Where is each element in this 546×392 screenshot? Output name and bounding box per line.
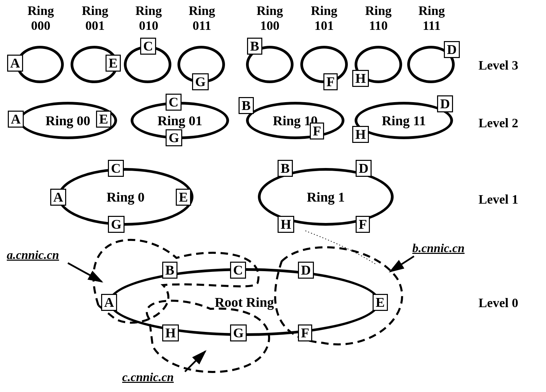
ring-l1-1-node-D: D	[356, 160, 372, 177]
ring-header-101: Ring101	[302, 3, 346, 33]
ring-header-line1: Ring	[189, 3, 215, 18]
ring-header-111: Ring111	[410, 3, 454, 33]
root-ring-node-D: D	[298, 262, 314, 279]
level-label-2: Level 1	[478, 192, 518, 207]
ring-l3-5-node-F: F	[323, 73, 338, 90]
ring-l3-6-node-H: H	[352, 70, 369, 87]
ring-header-010: Ring010	[127, 3, 171, 33]
ring-l2-0-label: Ring 00	[45, 113, 90, 129]
ring-header-100: Ring100	[248, 3, 292, 33]
ring-header-line2: 110	[369, 18, 388, 33]
root-ring-node-H: H	[162, 324, 179, 341]
ring-l1-1-label: Ring 1	[307, 189, 345, 205]
ring-header-line2: 000	[31, 18, 51, 33]
ring-header-line1: Ring	[257, 3, 283, 18]
ring-l2-3-node-H: H	[352, 126, 369, 143]
ring-l1-1-node-B: B	[278, 160, 293, 177]
domain-label-1: b.cnnic.cn	[412, 241, 465, 255]
svg-line-0	[68, 263, 102, 282]
ring-header-line2: 010	[139, 18, 158, 33]
ring-l2-3-label: Ring 11	[382, 113, 426, 129]
ring-l1-0-node-A: A	[50, 189, 66, 206]
root-ring-node-B: B	[162, 262, 177, 279]
ring-l2-0-node-E: E	[96, 111, 111, 128]
ring-header-line2: 100	[260, 18, 280, 33]
domain-label-2: c.cnnic.cn	[122, 370, 174, 384]
ring-l1-0-node-G: G	[108, 216, 125, 233]
ring-l2-1-node-C: C	[166, 94, 182, 111]
level-label-1: Level 2	[478, 115, 518, 130]
ring-l1-1-node-F: F	[356, 216, 370, 233]
ring-header-line1: Ring	[365, 3, 392, 18]
ring-l1-0-label: Ring 0	[107, 189, 145, 205]
ring-header-110: Ring110	[356, 3, 400, 33]
ring-header-line2: 111	[423, 18, 441, 33]
ring-l1-0-node-C: C	[108, 160, 124, 177]
ring-l2-2-node-B: B	[239, 97, 254, 114]
svg-line-1	[390, 256, 414, 272]
ring-l3-1-node-E: E	[106, 55, 121, 72]
ring-header-line2: 011	[193, 18, 211, 33]
ring-l1-0-node-E: E	[176, 189, 191, 206]
ring-header-011: Ring011	[180, 3, 224, 33]
ring-header-001: Ring001	[73, 3, 117, 33]
ring-l3-0-ellipse	[16, 46, 64, 83]
ring-l1-1-node-H: H	[278, 216, 294, 233]
ring-header-line1: Ring	[82, 3, 108, 18]
root-ring-node-F: F	[298, 324, 312, 341]
ring-l2-0-node-A: A	[8, 111, 24, 128]
root-ring-node-C: C	[230, 262, 246, 279]
root-ring-node-A: A	[101, 294, 117, 311]
ring-header-line2: 101	[315, 18, 334, 33]
diagram-canvas: Ring000Ring001Ring010Ring011Ring100Ring1…	[0, 0, 546, 392]
ring-l2-3-node-D: D	[437, 95, 453, 112]
ring-header-000: Ring000	[19, 3, 63, 33]
ring-l3-4-node-B: B	[247, 38, 262, 55]
level-label-0: Level 3	[478, 58, 518, 73]
ring-header-line2: 001	[86, 18, 105, 33]
level-label-3: Level 0	[478, 295, 518, 310]
ring-l2-1-label: Ring 01	[157, 113, 202, 129]
ring-l2-2-node-F: F	[310, 123, 324, 139]
ring-header-line1: Ring	[27, 3, 54, 18]
ring-l3-3-node-G: G	[192, 73, 209, 90]
ring-l3-7-node-D: D	[444, 41, 460, 58]
ring-l3-0-node-A: A	[7, 55, 23, 72]
root-ring-node-E: E	[373, 294, 388, 311]
root-ring-label: Root Ring	[215, 294, 274, 310]
ring-l2-1-node-G: G	[166, 129, 182, 146]
root-ring-node-G: G	[230, 324, 247, 341]
ring-header-line1: Ring	[418, 3, 445, 18]
svg-line-2	[185, 351, 205, 372]
ring-header-line1: Ring	[311, 3, 337, 18]
ring-header-line1: Ring	[135, 3, 162, 18]
ring-l3-2-node-C: C	[140, 38, 156, 55]
domain-label-0: a.cnnic.cn	[7, 248, 59, 262]
